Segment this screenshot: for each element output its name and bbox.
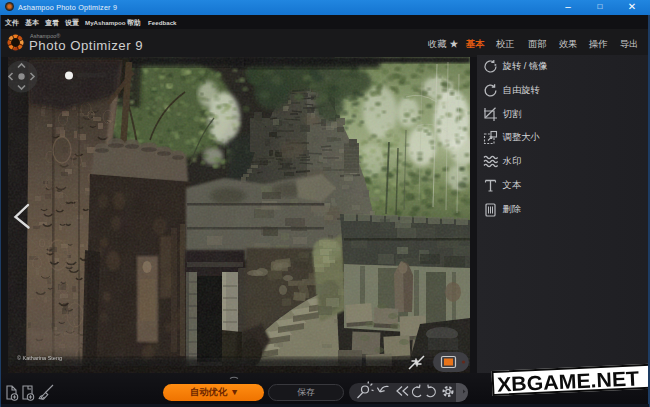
svg-text:© Katharina Steng: © Katharina Steng	[17, 355, 62, 361]
